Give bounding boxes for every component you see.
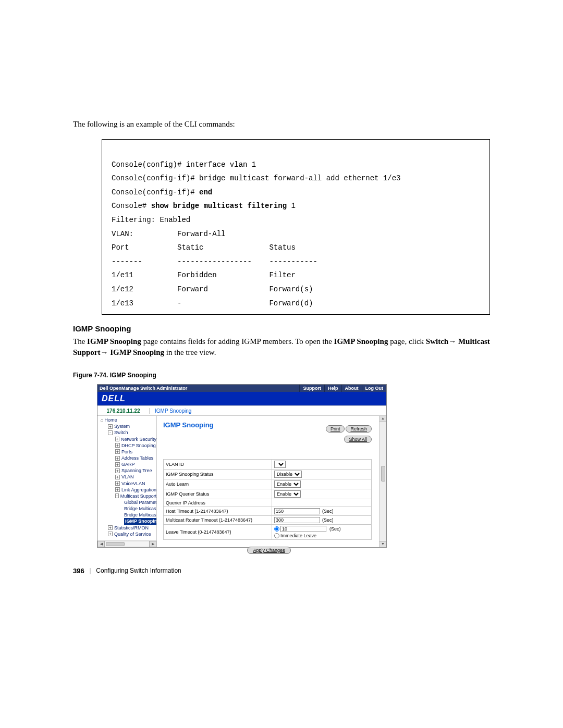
- expand-icon[interactable]: +: [115, 456, 120, 461]
- tree-item[interactable]: +DHCP Snooping: [99, 442, 156, 449]
- cli-line: Console(config-if)# bridge multicast for…: [112, 174, 401, 182]
- tree-item[interactable]: Bridge Multicast F: [99, 512, 156, 518]
- vlan-id-select[interactable]: [274, 461, 286, 468]
- support-button[interactable]: Support: [299, 385, 324, 392]
- tree-item[interactable]: +Network Security: [99, 436, 156, 442]
- footer-divider: |: [90, 566, 91, 575]
- cli-line: VLAN: Forward-All: [112, 230, 225, 238]
- tree-horizontal-scrollbar[interactable]: ◀ ▶: [97, 540, 156, 547]
- tree-item[interactable]: -Multicast Support: [99, 493, 156, 499]
- tree-item[interactable]: +VLAN: [99, 474, 156, 480]
- scroll-down-icon[interactable]: ▼: [380, 541, 386, 547]
- breadcrumb-path: IGMP Snooping: [150, 408, 191, 414]
- field-label-querier-ip: Querier IP Address: [164, 499, 272, 507]
- help-button[interactable]: Help: [324, 385, 341, 392]
- tree-item-label: IGMP Snooping: [124, 518, 157, 524]
- show-all-button[interactable]: Show All: [344, 436, 372, 443]
- host-timeout-input[interactable]: [274, 508, 320, 514]
- cli-example-box: Console(config)# interface vlan 1 Consol…: [102, 139, 490, 315]
- snooping-status-select[interactable]: Disable: [274, 471, 302, 478]
- tree-item-label: Bridge Multicast (: [124, 505, 157, 512]
- apply-changes-button[interactable]: Apply Changes: [247, 547, 290, 554]
- body-paragraph: The IGMP Snooping page contains fields f…: [73, 336, 490, 358]
- content-panel: ▲ ▼ IGMP Snooping Print Refresh Show All…: [157, 416, 386, 547]
- collapse-icon[interactable]: -: [115, 493, 119, 498]
- content-vertical-scrollbar[interactable]: ▲ ▼: [379, 416, 386, 547]
- scroll-up-icon[interactable]: ▲: [380, 416, 386, 422]
- tree-item-label: VoiceVLAN: [121, 480, 145, 487]
- tree-item[interactable]: ⌂Home: [99, 417, 156, 423]
- tree-item[interactable]: +Ports: [99, 449, 156, 455]
- tree-item[interactable]: -Switch: [99, 429, 156, 436]
- about-button[interactable]: About: [341, 385, 362, 392]
- tree-item[interactable]: Global Parameter: [99, 499, 156, 505]
- tree-item[interactable]: +Spanning Tree: [99, 467, 156, 474]
- scroll-left-icon[interactable]: ◀: [97, 541, 105, 547]
- auto-learn-select[interactable]: Enable: [274, 480, 301, 488]
- cli-line: 1/e13 - Forward(d): [112, 299, 313, 307]
- sec-unit: (Sec): [329, 526, 341, 532]
- chapter-title: Configuring Switch Information: [96, 567, 181, 574]
- tree-item-label: Home: [104, 417, 117, 423]
- page-footer: 396 | Configuring Switch Information: [73, 566, 490, 575]
- dell-logo: DELL: [102, 394, 126, 403]
- scroll-thumb[interactable]: [106, 542, 125, 546]
- immediate-leave-label: Immediate Leave: [280, 533, 316, 538]
- expand-icon[interactable]: +: [115, 487, 120, 492]
- mrouter-timeout-input[interactable]: [274, 517, 320, 523]
- tree-item[interactable]: +Link Aggregation: [99, 487, 156, 493]
- collapse-icon[interactable]: -: [108, 430, 113, 435]
- leave-timeout-value-radio[interactable]: [274, 526, 279, 532]
- cli-line: Filtering: Enabled: [112, 216, 190, 224]
- expand-icon[interactable]: +: [115, 468, 120, 473]
- expand-icon[interactable]: +: [108, 525, 113, 530]
- cli-line: Port Static Status: [112, 243, 296, 252]
- tree-item-label: Spanning Tree: [121, 467, 152, 474]
- tree-item[interactable]: IGMP Snooping: [99, 518, 156, 524]
- tree-item[interactable]: Bridge Multicast (: [99, 505, 156, 512]
- immediate-leave-radio[interactable]: [274, 533, 279, 538]
- section-heading-igmp: IGMP Snooping: [73, 324, 490, 333]
- refresh-button[interactable]: Refresh: [346, 425, 372, 433]
- expand-icon[interactable]: +: [115, 462, 120, 467]
- home-icon: ⌂: [101, 417, 103, 423]
- tree-item[interactable]: +Address Tables: [99, 455, 156, 461]
- tree-item-label: Address Tables: [121, 455, 153, 461]
- expand-icon[interactable]: +: [115, 475, 120, 479]
- leave-timeout-input[interactable]: [280, 526, 326, 532]
- tree-item[interactable]: +Quality of Service: [99, 531, 156, 537]
- cli-line: ------- ----------------- -----------: [112, 257, 317, 266]
- expand-icon[interactable]: +: [108, 532, 113, 536]
- field-label-snooping-status: IGMP Snooping Status: [164, 470, 272, 479]
- embedded-screenshot: Dell OpenManage Switch Administrator Sup…: [97, 384, 387, 548]
- expand-icon[interactable]: +: [115, 449, 120, 454]
- field-label-host-timeout: Host Timeout (1-2147483647): [164, 507, 272, 516]
- tree-item-label: Link Aggregation: [121, 487, 156, 493]
- tree-item-label: System: [114, 423, 130, 429]
- expand-icon[interactable]: +: [115, 481, 120, 486]
- tree-item[interactable]: +VoiceVLAN: [99, 480, 156, 487]
- scroll-right-icon[interactable]: ▶: [149, 541, 156, 547]
- print-button[interactable]: Print: [326, 425, 345, 433]
- expand-icon[interactable]: +: [115, 437, 119, 441]
- cli-line: 1/e12 Forward Forward(s): [112, 285, 313, 293]
- expand-icon[interactable]: +: [115, 443, 120, 448]
- tree-item[interactable]: +System: [99, 423, 156, 429]
- field-label-vlan-id: VLAN ID: [164, 460, 272, 470]
- logout-button[interactable]: Log Out: [362, 385, 387, 392]
- sec-unit: (Sec): [322, 509, 334, 514]
- tree-item[interactable]: +GARP: [99, 461, 156, 467]
- field-label-querier-status: IGMP Querier Status: [164, 489, 272, 499]
- querier-status-select[interactable]: Enable: [274, 490, 301, 498]
- tree-item-label: Multicast Support: [120, 493, 157, 499]
- navigation-tree[interactable]: ⌂Home+System-Switch+Network Security+DHC…: [97, 416, 157, 547]
- cli-line: Console(config-if)# end: [112, 188, 212, 196]
- field-label-auto-learn: Auto Learn: [164, 479, 272, 489]
- expand-icon[interactable]: +: [108, 424, 113, 429]
- tree-item[interactable]: +Statistics/RMON: [99, 525, 156, 531]
- page-number: 396: [73, 567, 84, 575]
- tree-item-label: Quality of Service: [114, 531, 151, 537]
- window-title: Dell OpenManage Switch Administrator: [97, 386, 299, 391]
- window-titlebar: Dell OpenManage Switch Administrator Sup…: [97, 385, 386, 392]
- scroll-thumb[interactable]: [381, 466, 385, 482]
